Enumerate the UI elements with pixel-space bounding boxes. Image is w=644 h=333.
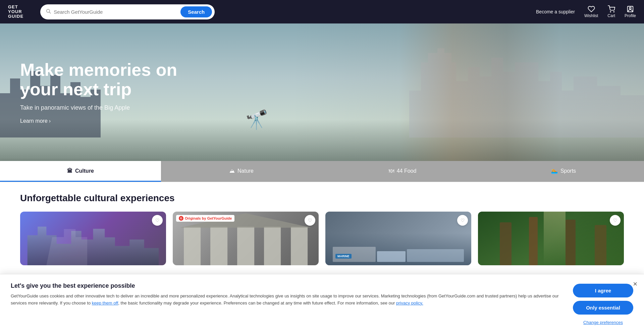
card-3-image: MARINE <box>325 212 471 265</box>
cards-row: ♡ G Originals by GetYourGuide ♡ <box>20 212 624 265</box>
food-icon: 🍽 <box>389 168 394 174</box>
wishlist-card-1[interactable]: ♡ <box>152 215 163 226</box>
site-logo[interactable]: GET YOUR GUIDE <box>8 5 23 19</box>
tab-culture[interactable]: 🏛 Culture <box>0 161 161 182</box>
hero-right-overlay <box>290 23 644 161</box>
originals-text: Originals by GetYourGuide <box>185 216 232 220</box>
tab-nature[interactable]: ⛰ Nature <box>161 161 322 182</box>
hero-content: Make memories on your next trip Take in … <box>0 60 201 124</box>
wishlist-card-4[interactable]: ♡ <box>610 215 621 226</box>
search-input[interactable] <box>54 9 180 15</box>
learn-more-arrow: › <box>49 118 51 124</box>
hero-subtitle: Take in panoramic views of the Big Apple <box>20 104 181 111</box>
experience-card-2[interactable]: G Originals by GetYourGuide ♡ <box>173 212 319 265</box>
logo-line1: GET <box>8 5 23 9</box>
profile-nav-item[interactable]: Profile <box>625 5 636 18</box>
card-1-image <box>20 212 166 265</box>
experience-card-1[interactable]: ♡ <box>20 212 166 265</box>
main-content: Unforgettable cultural experiences ♡ <box>0 182 644 276</box>
become-supplier-link[interactable]: Become a supplier <box>536 9 575 14</box>
nature-icon: ⛰ <box>229 168 235 174</box>
sports-icon: 🏊 <box>551 168 558 174</box>
header-nav: Become a supplier Wishlist Cart Profile <box>536 5 636 18</box>
hero-section: 🔭 Make memories on your next trip Take i… <box>0 23 644 161</box>
logo-line2: YOUR <box>8 9 23 14</box>
person-icon <box>627 5 634 13</box>
category-tabs: 🏛 Culture ⛰ Nature 🍽 44 Food 🏊 Sports <box>0 161 644 182</box>
originals-badge: G Originals by GetYourGuide <box>176 215 234 222</box>
experience-card-3[interactable]: MARINE ♡ <box>325 212 471 265</box>
hero-title: Make memories on your next trip <box>20 60 181 99</box>
sports-label: Sports <box>560 168 576 174</box>
svg-point-3 <box>613 11 614 12</box>
experience-card-4[interactable]: ♡ <box>478 212 624 265</box>
cart-nav-item[interactable]: Cart <box>607 5 615 18</box>
food-label: 44 Food <box>397 168 417 174</box>
svg-point-2 <box>610 11 611 12</box>
tab-food[interactable]: 🍽 44 Food <box>322 161 483 182</box>
svg-point-5 <box>629 7 631 9</box>
cart-label: Cart <box>607 13 615 18</box>
tab-sports[interactable]: 🏊 Sports <box>483 161 644 182</box>
section-title: Unforgettable cultural experiences <box>20 193 624 204</box>
search-icon <box>46 8 51 15</box>
search-button[interactable]: Search <box>180 6 212 17</box>
cookie-banner: Let's give you the best experience possi… <box>0 274 644 276</box>
profile-label: Profile <box>625 13 636 18</box>
learn-more-text: Learn more <box>20 118 48 124</box>
originals-g-icon: G <box>179 216 183 221</box>
site-header: GET YOUR GUIDE Search Become a supplier … <box>0 0 644 23</box>
binoculars-icon: 🔭 <box>245 109 268 131</box>
wishlist-label: Wishlist <box>584 13 598 18</box>
culture-icon: 🏛 <box>67 168 72 174</box>
culture-label: Culture <box>75 168 94 174</box>
logo-line3: GUIDE <box>8 14 23 19</box>
search-bar: Search <box>40 4 215 19</box>
wishlist-card-2[interactable]: ♡ <box>305 215 315 226</box>
nature-label: Nature <box>237 168 254 174</box>
wishlist-nav-item[interactable]: Wishlist <box>584 5 598 18</box>
card-4-image <box>478 212 624 265</box>
cart-icon <box>608 5 615 13</box>
svg-line-1 <box>49 12 51 13</box>
learn-more-link[interactable]: Learn more › <box>20 118 51 124</box>
heart-icon <box>588 5 595 13</box>
wishlist-card-3[interactable]: ♡ <box>457 215 468 226</box>
